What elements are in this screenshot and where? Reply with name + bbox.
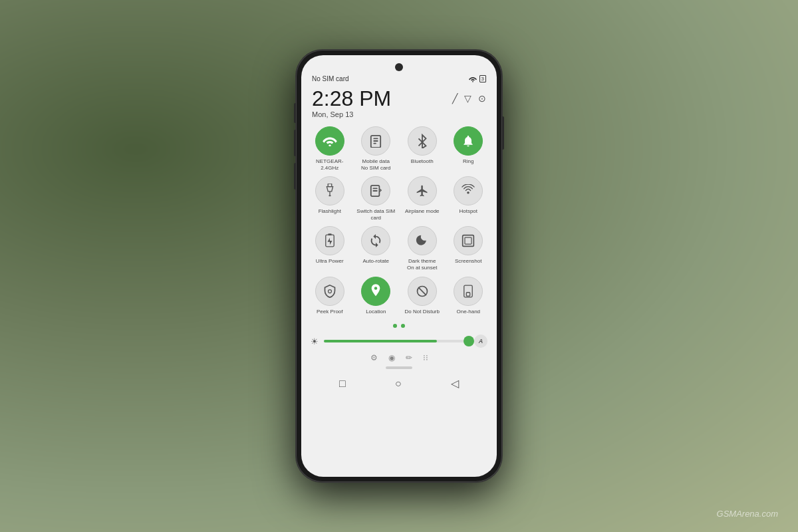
no-sim-label: No SIM card (312, 75, 349, 82)
qs-item-airplane[interactable]: Airplane mode (402, 176, 443, 221)
flashlight-label: Flashlight (319, 208, 341, 215)
header-action-icons: ╱ ▽ ⊙ (452, 88, 486, 104)
brightness-slider-track[interactable] (324, 340, 469, 342)
switch-sim-label: Switch data SIM card (356, 208, 397, 221)
edit-icon[interactable]: ╱ (452, 93, 458, 104)
svg-rect-17 (465, 237, 471, 244)
dot-1 (393, 324, 397, 328)
flashlight-icon[interactable] (315, 176, 344, 205)
screenshot-icon[interactable] (454, 226, 483, 255)
location-icon[interactable] (361, 277, 390, 306)
status-bar: No SIM card 3 (301, 74, 497, 85)
front-camera (395, 63, 403, 71)
mobile-data-label: Mobile dataNo SIM card (361, 158, 390, 171)
dark-theme-label: Dark themeOn at sunset (407, 258, 437, 271)
home-button[interactable]: ○ (395, 378, 402, 390)
qs-item-ultra-power[interactable]: Ultra Power (309, 226, 350, 271)
recents-button[interactable]: □ (339, 378, 346, 390)
qs-item-location[interactable]: Location (356, 277, 397, 315)
qs-item-one-hand[interactable]: One-hand (448, 277, 489, 315)
time-area: 2:28 PM Mon, Sep 13 ╱ ▽ ⊙ (301, 85, 497, 124)
nav-bar: □ ○ ◁ (301, 372, 497, 395)
switch-sim-icon[interactable] (361, 176, 390, 205)
svg-rect-1 (374, 138, 378, 140)
brightness-thumb[interactable] (464, 336, 474, 346)
svg-rect-14 (328, 234, 331, 236)
bottom-settings-icon[interactable]: ⚙ (370, 353, 378, 362)
wifi-icon[interactable] (315, 126, 344, 156)
peek-proof-icon[interactable] (315, 277, 344, 306)
volume-up-button (294, 103, 296, 123)
brightness-sun-icon: ☀ (311, 336, 319, 346)
qs-item-wifi[interactable]: NETGEAR-2.4GHz (309, 126, 350, 171)
qs-item-ring[interactable]: Ring (448, 126, 489, 171)
qs-item-screenshot[interactable]: Screenshot (448, 226, 489, 271)
filter-icon[interactable]: ▽ (464, 93, 471, 104)
bottom-theme-icon[interactable]: ◉ (388, 353, 395, 362)
status-right: 3 (469, 75, 486, 82)
phone-screen: No SIM card 3 2:28 PM Mon, Sep 13 (301, 55, 497, 477)
svg-rect-11 (373, 190, 378, 192)
brightness-fill (324, 340, 437, 342)
qs-item-dnd[interactable]: Do Not Disturb (402, 277, 443, 315)
svg-rect-3 (374, 143, 377, 144)
qs-item-dark-theme[interactable]: Dark themeOn at sunset (402, 226, 443, 271)
airplane-label: Airplane mode (405, 208, 440, 215)
auto-rotate-label: Auto-rotate (362, 258, 389, 265)
one-hand-icon[interactable] (454, 277, 483, 306)
svg-rect-22 (464, 285, 472, 297)
battery-indicator: 3 (479, 75, 486, 82)
qs-item-auto-rotate[interactable]: Auto-rotate (356, 226, 397, 271)
dnd-icon[interactable] (408, 277, 437, 306)
auto-brightness-button[interactable]: A (474, 334, 487, 348)
bluetooth-icon[interactable] (408, 126, 437, 156)
brightness-row[interactable]: ☀ A (301, 332, 497, 352)
home-indicator (386, 366, 412, 369)
bottom-more-icon[interactable]: ⁝⁝ (423, 353, 428, 362)
qs-item-flashlight[interactable]: Flashlight (309, 176, 350, 221)
qs-item-bluetooth[interactable]: Bluetooth (402, 126, 443, 171)
qs-item-peek-proof[interactable]: Peek Proof (309, 277, 350, 315)
wifi-label: NETGEAR-2.4GHz (309, 158, 350, 171)
qs-item-switch-sim[interactable]: Switch data SIM card (356, 176, 397, 221)
bottom-edit-icon[interactable]: ✏ (406, 353, 412, 362)
svg-point-8 (329, 196, 331, 197)
screenshot-label: Screenshot (455, 258, 481, 265)
volume-down-button (294, 130, 296, 156)
peek-proof-label: Peek Proof (317, 309, 343, 315)
bottom-icons-row: ⚙ ◉ ✏ ⁝⁝ (301, 352, 497, 365)
back-button[interactable]: ◁ (451, 377, 459, 390)
svg-point-12 (467, 192, 469, 194)
location-label: Location (366, 309, 386, 315)
svg-rect-2 (374, 140, 378, 142)
bluetooth-label: Bluetooth (411, 158, 434, 165)
power-button (502, 116, 504, 150)
ultra-power-icon[interactable] (315, 226, 344, 255)
airplane-icon[interactable] (408, 176, 437, 205)
svg-rect-23 (467, 292, 470, 295)
ultra-power-label: Ultra Power (316, 258, 344, 265)
mobile-data-icon[interactable] (361, 126, 390, 156)
date-display: Mon, Sep 13 (312, 110, 391, 118)
dot-2 (401, 324, 405, 328)
qs-item-hotspot[interactable]: Hotspot (448, 176, 489, 221)
wifi-status-icon (469, 76, 477, 82)
svg-marker-15 (327, 238, 332, 245)
phone: No SIM card 3 2:28 PM Mon, Sep 13 (296, 50, 502, 482)
extra-button (294, 163, 296, 190)
svg-rect-16 (463, 235, 474, 247)
time-block: 2:28 PM Mon, Sep 13 (312, 88, 391, 118)
ring-label: Ring (463, 158, 473, 165)
svg-point-18 (328, 289, 331, 293)
clock-display: 2:28 PM (312, 88, 391, 109)
svg-rect-10 (373, 188, 378, 190)
auto-rotate-icon[interactable] (361, 226, 390, 255)
hotspot-icon[interactable] (454, 176, 483, 205)
one-hand-label: One-hand (456, 309, 480, 315)
qs-item-mobile-data[interactable]: Mobile dataNo SIM card (356, 126, 397, 171)
dnd-label: Do Not Disturb (405, 309, 440, 315)
dark-theme-icon[interactable] (408, 226, 437, 255)
ring-bell-icon[interactable] (454, 126, 483, 156)
quick-settings-grid: NETGEAR-2.4GHz Mobile dataNo SIM card (301, 124, 497, 320)
settings-gear-icon[interactable]: ⊙ (478, 93, 486, 104)
